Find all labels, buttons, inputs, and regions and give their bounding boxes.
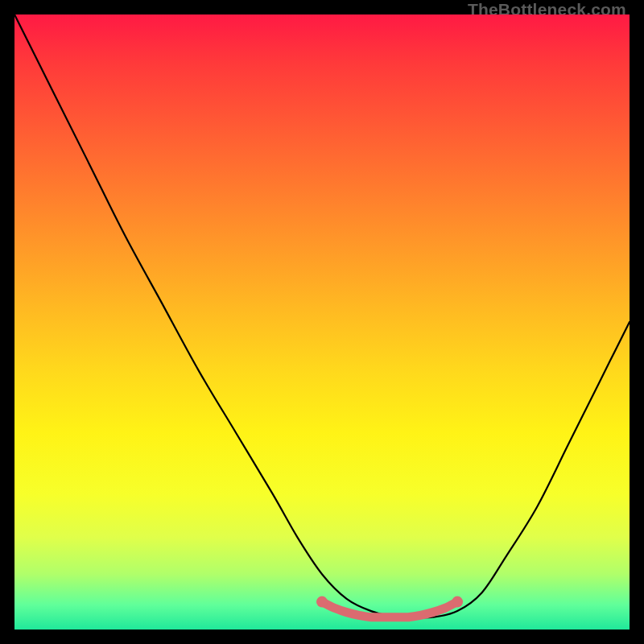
chart-overlay: [14, 14, 630, 630]
highlight-dot-end: [452, 597, 463, 608]
curve-line: [14, 14, 630, 617]
highlight-segment: [316, 597, 463, 617]
chart-frame: TheBottleneck.com: [0, 0, 644, 644]
highlight-dot-start: [316, 597, 328, 608]
highlight-path: [322, 602, 457, 617]
